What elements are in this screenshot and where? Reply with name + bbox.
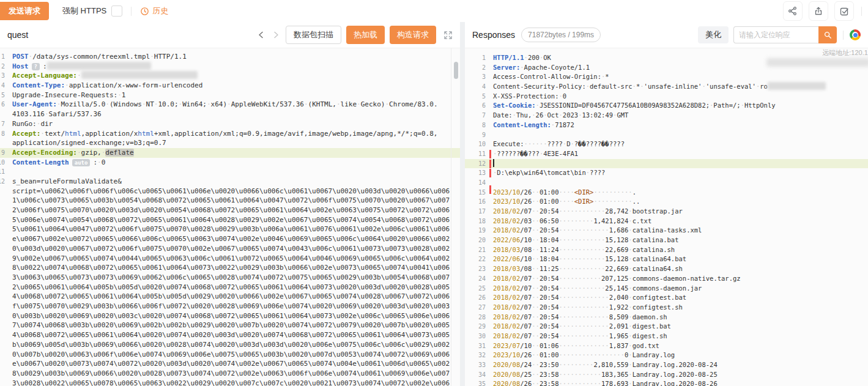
token: X-XSS-Protection: xyxy=(493,92,558,100)
request-line[interactable]: 5Upgrade-Insecure-Requests:·1 xyxy=(0,91,460,100)
token: Set-Cookie: xyxy=(493,102,536,109)
response-line[interactable]: 12 xyxy=(465,159,868,169)
share-button[interactable] xyxy=(783,1,803,21)
chrome-browser-icon[interactable] xyxy=(850,29,861,40)
request-line[interactable]: 4Content-Type:·application/x-www-form-ur… xyxy=(0,81,460,91)
request-line[interactable]: 2Host?: xyxy=(0,62,460,72)
request-line[interactable]: 3Accept-Language:· xyxy=(0,71,460,81)
token: 2018/02 xyxy=(493,226,520,234)
token: Accept-Language: xyxy=(12,72,77,80)
response-line[interactable]: 332020/08/24··23:50·········2,810,559·La… xyxy=(465,360,868,370)
whitespace-dots: · xyxy=(77,149,81,157)
line-content: Date:·Thu,·26·Oct·2023·13:02:49·GMT xyxy=(493,111,628,121)
response-line[interactable]: 9 xyxy=(465,130,868,140)
response-line[interactable]: 282018/02/07··20:54·············8,509·da… xyxy=(465,313,868,322)
request-line[interactable]: 12s_bean=ruleFormulaValidate& xyxy=(0,177,460,187)
packet-scan-button[interactable]: 数据包扫描 xyxy=(286,26,341,44)
history-button[interactable]: 历史 xyxy=(140,6,168,17)
request-line[interactable]: 6User-Agent:·Mozilla/5.0·(Windows·NT·10.… xyxy=(0,100,460,109)
response-line[interactable]: 202022/06/10··18:04············15,128·ca… xyxy=(465,236,868,245)
whitespace-dots: ············ xyxy=(559,236,606,243)
locate-response-search xyxy=(733,26,837,43)
line-number: 12 xyxy=(0,177,5,187)
response-line[interactable]: 352020/08/26··23:58···········178,693·La… xyxy=(465,379,868,386)
construct-request-button[interactable]: 构造请求 xyxy=(390,26,436,44)
response-line[interactable]: 292018/02/07··20:54·············2,091·di… xyxy=(465,322,868,332)
whitespace-dots: ·· xyxy=(532,188,540,196)
response-line[interactable]: 7Date:·Thu,·26·Oct·2023·13:02:49·GMT xyxy=(465,111,868,121)
token: 2023/10 xyxy=(493,351,520,358)
token: /24 xyxy=(520,361,532,368)
response-line[interactable]: 222022/06/10··18:04············15,128·ca… xyxy=(465,254,868,264)
whitespace-dots: ············ xyxy=(559,284,606,292)
request-line[interactable]: 7RunGo:·dir xyxy=(0,119,460,129)
response-line[interactable]: 232018/03/08··11:25············22,669·ca… xyxy=(465,264,868,274)
hot-reload-button[interactable]: 热加载 xyxy=(346,26,385,44)
token: 0 xyxy=(102,158,106,166)
request-editor[interactable]: 1POST·/data/sys-common/treexml.tmpl·HTTP… xyxy=(0,48,460,386)
response-line[interactable]: 312023/07/10··01:06·············1,837·go… xyxy=(465,341,868,351)
request-line[interactable]: 11 xyxy=(0,167,460,177)
response-line[interactable]: 10Execute:······????·D·?��????��???? xyxy=(465,139,868,149)
token: 10.0; xyxy=(158,100,178,108)
request-line[interactable]: 9Accept-Encoding:·gzip,·deflate xyxy=(0,148,460,158)
request-line[interactable]: 8Accept:·text/html,application/xhtml+xml… xyxy=(0,129,460,139)
response-line[interactable]: 13·D:\ekp\win64\tomcat\bin·???? xyxy=(465,168,868,178)
response-line[interactable]: 192018/02/07··20:54·············1,686·ca… xyxy=(465,226,868,236)
token: /07 xyxy=(520,226,532,234)
request-scrollbar-track[interactable] xyxy=(451,48,460,386)
token: Accept: xyxy=(12,130,40,138)
whitespace-dots: ·· xyxy=(532,284,540,292)
response-line[interactable]: 252018/02/07··20:54············25,145·co… xyxy=(465,284,868,294)
next-button[interactable] xyxy=(271,30,281,40)
token: /26 xyxy=(520,351,532,358)
line-content xyxy=(493,159,494,169)
snapshot-button[interactable] xyxy=(834,1,854,21)
response-line[interactable]: 4Content-Security-Policy:·default-src·*·… xyxy=(465,82,868,92)
response-line[interactable]: 262018/02/07··20:54·············2,040·co… xyxy=(465,293,868,303)
response-line[interactable]: 162023/10/26··01:00····<DIR>··········.. xyxy=(465,197,868,207)
token: /07 xyxy=(520,207,532,215)
prev-button[interactable] xyxy=(256,30,266,40)
response-line[interactable]: 182018/02/03··06:50·········1,421,824·c.… xyxy=(465,217,868,226)
redacted-text xyxy=(768,82,826,90)
token: /data/sys-common/treexml.tmpl xyxy=(32,53,150,61)
response-line[interactable]: 3Access-Control-Allow-Origin:·* xyxy=(465,72,868,82)
fullscreen-button[interactable] xyxy=(443,31,453,40)
response-line[interactable]: 11·??????��???·4E3E-4FA1 xyxy=(465,149,868,159)
beautify-button[interactable]: 美化 xyxy=(698,26,729,43)
request-line[interactable]: 10Content-Lengthauto:·0 xyxy=(0,158,460,168)
script-payload-wrapped[interactable]: script=\u0062\u006f\u006f\u006c\u0065\u0… xyxy=(12,187,451,386)
response-line[interactable]: 8Content-Length:·71872 xyxy=(465,121,868,130)
response-line[interactable]: 5X-XSS-Protection:·0 xyxy=(465,92,868,102)
token: ???? xyxy=(547,140,563,147)
response-line[interactable]: 172018/02/07··20:54············28,742·bo… xyxy=(465,207,868,217)
request-scrollbar-thumb[interactable] xyxy=(454,62,458,79)
response-line[interactable]: 302018/02/07··20:54·············1,965·di… xyxy=(465,332,868,341)
request-line[interactable]: application/signed-exchange;v=b3;q=0.7 xyxy=(0,138,460,148)
token: Accept-Encoding: xyxy=(12,149,77,157)
response-line[interactable]: 322023/10/26··01:00·················0·La… xyxy=(465,351,868,360)
request-line[interactable]: 1POST·/data/sys-common/treexml.tmpl·HTTP… xyxy=(0,52,460,62)
locate-response-input[interactable] xyxy=(733,26,818,43)
export-button[interactable] xyxy=(809,1,828,21)
whitespace-dots: ·· xyxy=(532,246,540,253)
response-line[interactable]: 152023/10/26··01:00····<DIR>··········. xyxy=(465,188,868,198)
response-line[interactable]: 6Set-Cookie:·JSESSIONID=DF04567C47756A10… xyxy=(465,101,868,111)
search-button[interactable] xyxy=(818,26,837,43)
response-line[interactable]: 342020/08/25··23:58···········183,365·La… xyxy=(465,370,868,380)
line-number: 27 xyxy=(465,303,486,313)
token: 18:04 xyxy=(540,255,559,262)
line-content: 2018/02/07··20:54·············1,965·dige… xyxy=(493,332,667,341)
line-number: 1 xyxy=(465,53,486,63)
send-request-button[interactable]: 发送请求 xyxy=(0,2,49,20)
response-line[interactable]: 272018/02/07··20:54·············1,922·co… xyxy=(465,303,868,313)
whitespace-dots: ·· xyxy=(532,361,540,368)
request-line[interactable]: 4103.116·Safari/537.36 xyxy=(0,109,460,119)
response-line[interactable]: 14 xyxy=(465,178,868,188)
response-line[interactable]: 242018/02/07··20:54···········207,125·co… xyxy=(465,274,868,284)
force-https-checkbox[interactable] xyxy=(111,6,122,17)
response-line[interactable]: 212018/03/08··11:24············22,669·ca… xyxy=(465,245,868,255)
response-editor[interactable]: 远端地址:120.19 1HTTP/1.1·200·OK2Server:·Apa… xyxy=(465,48,868,386)
line-number: 2 xyxy=(465,63,486,73)
